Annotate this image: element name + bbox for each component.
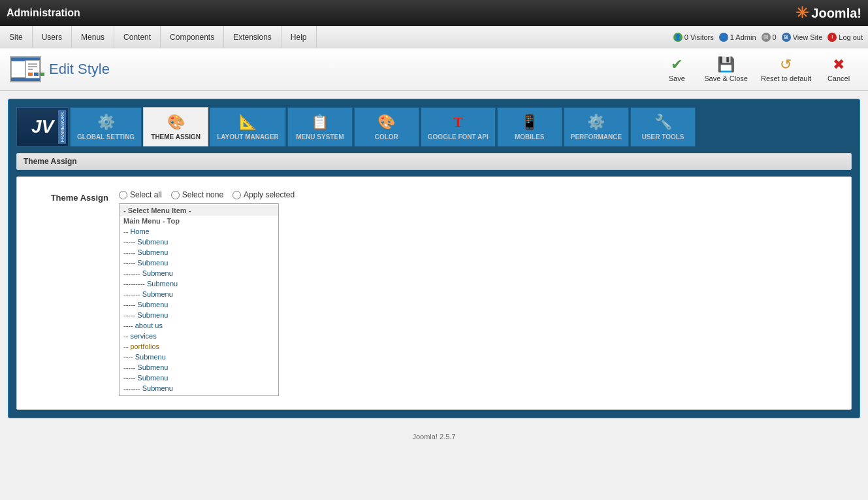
google-font-icon: T (453, 114, 463, 131)
tab-user-tools[interactable]: 🔧 USER TOOLS (630, 107, 696, 146)
panel: JV Framework ⚙️ GLOBAL SETTING 🎨 THEME A… (8, 99, 860, 418)
tab-theme-assign[interactable]: 🎨 THEME ASSIGN (143, 107, 208, 146)
list-item[interactable]: ------ Submenu (120, 393, 278, 396)
reset-icon: ↺ (780, 56, 792, 73)
tab-menu-system[interactable]: 📋 MENU SYSTEM (287, 107, 353, 146)
top-bar: Administration ✳ Joomla! (0, 0, 868, 26)
nav-help[interactable]: Help (281, 26, 317, 48)
select-all-radio[interactable]: Select all (119, 190, 162, 199)
save-button[interactable]: ✔ Save (657, 54, 696, 85)
save-close-label: Save & Close (704, 75, 748, 82)
tab-performance-label: PERFORMANCE (571, 133, 622, 141)
toolbar: Edit Style ✔ Save 💾 Save & Close ↺ Reset… (0, 48, 868, 91)
cancel-button[interactable]: ✖ Cancel (819, 54, 858, 85)
joomla-logo: ✳ Joomla! (796, 4, 861, 22)
reset-button[interactable]: ↺ Reset to default (756, 54, 816, 85)
view-site-link[interactable]: 🖥 View Site (782, 33, 823, 42)
performance-icon: ⚙️ (587, 114, 605, 131)
main-content: JV Framework ⚙️ GLOBAL SETTING 🎨 THEME A… (0, 91, 868, 426)
visitors-count: 0 Visitors (684, 33, 714, 41)
joomla-star: ✳ (796, 4, 809, 22)
tab-global-setting[interactable]: ⚙️ GLOBAL SETTING (70, 107, 142, 146)
tab-layout-manager[interactable]: 📐 LAYOUT MANAGER (210, 107, 286, 146)
messages-indicator: ✉ 0 (762, 33, 777, 42)
app-title: Administration (7, 7, 80, 19)
select-all-label: Select all (130, 190, 162, 199)
toolbar-left: Edit Style (10, 56, 110, 82)
theme-assign-label: Theme Assign (30, 190, 108, 203)
tab-color-label: COLOR (375, 133, 398, 141)
menu-list[interactable]: - Select Menu Item - Main Menu - Top -- … (119, 203, 279, 396)
list-item[interactable]: --------- Submenu (120, 278, 278, 289)
list-item[interactable]: ----- Submenu (120, 258, 278, 268)
select-none-input[interactable] (171, 191, 180, 199)
view-site-label: View Site (793, 33, 823, 41)
nav-content[interactable]: Content (114, 26, 161, 48)
toolbar-buttons: ✔ Save 💾 Save & Close ↺ Reset to default… (657, 54, 858, 85)
footer-version: Joomla! 2.5.7 (412, 433, 455, 441)
page-title: Edit Style (49, 61, 110, 78)
theme-assign-icon: 🎨 (167, 114, 185, 131)
mobiles-icon: 📱 (521, 114, 538, 131)
logout-link[interactable]: ! Log out (828, 33, 863, 42)
cancel-label: Cancel (828, 75, 850, 82)
layout-manager-icon: 📐 (239, 114, 257, 131)
admin-indicator: 👤 1 Admin (719, 33, 756, 42)
list-item[interactable]: ----- Submenu (120, 299, 278, 310)
list-item[interactable]: ----- Submenu (120, 373, 278, 383)
tab-google-label: GOOGLE FONT API (428, 133, 489, 141)
list-item[interactable]: ----- Submenu (120, 310, 278, 320)
nav-components[interactable]: Components (161, 26, 224, 48)
list-item[interactable]: -- portfolios (120, 341, 278, 352)
joomla-text: Joomla! (811, 6, 861, 21)
list-item[interactable]: ------- Submenu (120, 289, 278, 299)
save-icon: ✔ (671, 56, 683, 73)
jv-text: JV (31, 116, 54, 137)
admin-count: 1 Admin (730, 33, 756, 41)
tab-google-font[interactable]: T GOOGLE FONT API (421, 107, 496, 146)
apply-selected-input[interactable] (233, 191, 241, 199)
tab-bar: JV Framework ⚙️ GLOBAL SETTING 🎨 THEME A… (16, 107, 852, 146)
tab-menu-label: MENU SYSTEM (296, 133, 344, 141)
tab-performance[interactable]: ⚙️ PERFORMANCE (564, 107, 629, 146)
global-setting-icon: ⚙️ (97, 114, 115, 131)
tab-layout-label: LAYOUT MANAGER (217, 133, 279, 141)
logout-label: Log out (839, 33, 863, 41)
view-site-icon: 🖥 (782, 33, 791, 42)
list-item[interactable]: ---- about us (120, 320, 278, 331)
list-item[interactable]: Main Menu - Top (120, 216, 278, 226)
select-all-input[interactable] (119, 191, 127, 199)
list-item[interactable]: ----- Submenu (120, 237, 278, 247)
nav-right: 👤 0 Visitors 👤 1 Admin ✉ 0 🖥 View Site !… (668, 26, 868, 48)
save-close-button[interactable]: 💾 Save & Close (699, 54, 753, 85)
list-item[interactable]: ------- Submenu (120, 268, 278, 278)
messages-count: 0 (773, 33, 777, 41)
tab-user-tools-label: USER TOOLS (642, 133, 684, 141)
tab-mobiles[interactable]: 📱 MOBILES (497, 107, 562, 146)
theme-assign-row: Theme Assign Select all Select none (30, 190, 838, 396)
nav-site[interactable]: Site (0, 26, 33, 48)
content-panel: Theme Assign Select all Select none (16, 176, 852, 410)
apply-selected-radio[interactable]: Apply selected (233, 190, 295, 199)
cancel-icon: ✖ (833, 56, 844, 73)
list-item[interactable]: ----- Submenu (120, 247, 278, 258)
tab-theme-label: THEME ASSIGN (151, 133, 201, 141)
list-item[interactable]: - Select Menu Item - (120, 205, 278, 216)
list-item[interactable]: -- services (120, 331, 278, 341)
nav-extensions[interactable]: Extensions (224, 26, 281, 48)
jv-logo[interactable]: JV Framework (16, 107, 69, 146)
list-item[interactable]: ----- Submenu (120, 362, 278, 373)
tab-color[interactable]: 🎨 COLOR (354, 107, 419, 146)
nav-menus[interactable]: Menus (72, 26, 114, 48)
list-item[interactable]: -- Home (120, 226, 278, 237)
tab-global-label: GLOBAL SETTING (77, 133, 135, 141)
visitors-indicator: 👤 0 Visitors (673, 33, 714, 42)
reset-label: Reset to default (761, 75, 811, 82)
nav-users[interactable]: Users (33, 26, 72, 48)
messages-icon: ✉ (762, 33, 771, 42)
list-item[interactable]: ------- Submenu (120, 383, 278, 393)
list-item[interactable]: ---- Submenu (120, 352, 278, 362)
select-none-radio[interactable]: Select none (171, 190, 223, 199)
admin-icon: 👤 (719, 33, 728, 42)
menu-system-icon: 📋 (311, 114, 329, 131)
